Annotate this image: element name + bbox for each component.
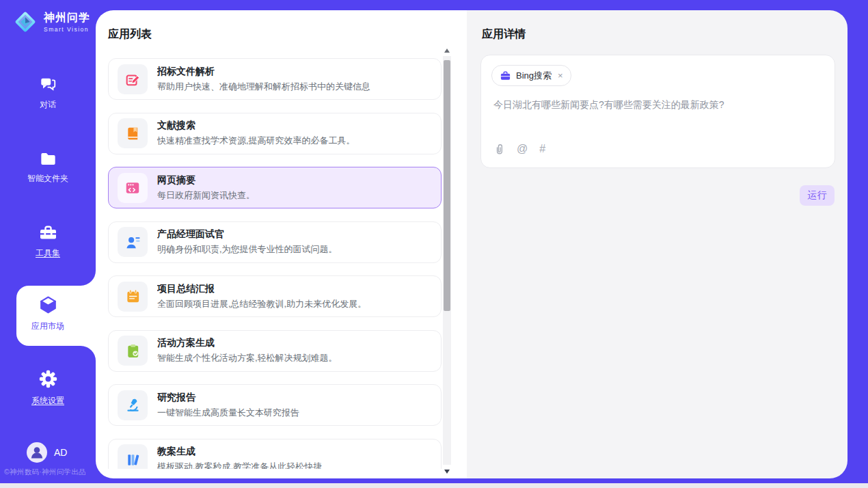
app-card-project-summary[interactable]: 项目总结汇报 全面回顾项目进展,总结经验教训,助力未来优化发展。	[108, 275, 442, 317]
main-content: 应用列表 招标文件解析 帮助用户快速、准确地理解和解析招标书中的关键信息	[96, 10, 847, 478]
app-card-desc: 每日政府新闻资讯快查。	[157, 189, 255, 202]
sidebar-item-label: 智能文件夹	[0, 173, 96, 185]
mention-icon[interactable]: @	[517, 143, 528, 155]
app-card-desc: 智能生成个性化活动方案,轻松解决规划难题。	[157, 352, 338, 364]
edit-document-icon	[118, 64, 148, 94]
app-card-web-summary[interactable]: 网页摘要 每日政府新闻资讯快查。	[108, 167, 442, 208]
briefcase-icon	[500, 70, 511, 81]
app-card-literature-search[interactable]: 文献搜索 快速精准查找学术资源,提高研究效率的必备工具。	[108, 113, 442, 154]
app-card-activity-plan[interactable]: 活动方案生成 智能生成个性化活动方案,轻松解决规划难题。	[108, 330, 442, 372]
sidebar-item-label: 系统设置	[0, 395, 96, 407]
interviewer-icon	[118, 227, 148, 257]
sidebar-item-smart-folder[interactable]: 智能文件夹	[0, 150, 96, 185]
app-card-research-report[interactable]: 研究报告 一键智能生成高质量长文本研究报告	[108, 384, 442, 426]
books-icon	[118, 444, 148, 469]
sidebar-item-label: 应用市场	[0, 321, 96, 332]
brand-name: 神州问学	[44, 11, 90, 25]
query-input[interactable]: 今日湖北有哪些新闻要点?有哪些需要关注的最新政策?	[493, 99, 724, 111]
app-detail-title: 应用详情	[482, 27, 526, 42]
sidebar-item-app-market[interactable]: 应用市场	[0, 295, 96, 332]
user-account[interactable]: AD	[27, 442, 67, 463]
report-note-icon	[118, 282, 148, 312]
scrollbar-thumb[interactable]	[444, 60, 450, 311]
prompt-card: Bing搜索 × 今日湖北有哪些新闻要点?有哪些需要关注的最新政策? @ #	[480, 55, 835, 168]
scrollbar-down-icon[interactable]	[444, 470, 450, 474]
bubble-notch-top	[81, 271, 96, 286]
paperclip-icon[interactable]	[493, 143, 505, 155]
list-scrollbar[interactable]	[443, 56, 451, 465]
input-toolbar: @ #	[493, 143, 545, 155]
gear-icon	[38, 369, 58, 389]
hash-icon[interactable]: #	[539, 143, 545, 155]
brand-logo: 神州问学 Smart Vision	[12, 9, 90, 35]
sidebar-item-label: 对话	[0, 99, 96, 111]
cube-icon	[38, 295, 59, 315]
sidebar-item-chat[interactable]: 对话	[0, 75, 96, 111]
app-list-panel: 应用列表 招标文件解析 帮助用户快速、准确地理解和解析招标书中的关键信息	[96, 10, 467, 478]
app-card-desc: 快速精准查找学术资源,提高研究效率的必备工具。	[157, 135, 355, 147]
bubble-notch-bottom	[81, 346, 96, 361]
app-card-title: 招标文件解析	[157, 66, 370, 78]
run-button[interactable]: 运行	[800, 185, 835, 206]
tool-chip-label: Bing搜索	[516, 70, 552, 82]
sidebar-item-toolset[interactable]: 工具集	[0, 223, 96, 259]
app-card-title: 项目总结汇报	[157, 283, 366, 295]
app-card-title: 研究报告	[157, 392, 299, 404]
avatar	[27, 442, 47, 463]
app-card-list: 招标文件解析 帮助用户快速、准确地理解和解析招标书中的关键信息 文献搜索	[108, 58, 442, 469]
webpage-icon	[118, 173, 148, 203]
app-list-title: 应用列表	[108, 27, 152, 42]
user-initials: AD	[54, 447, 67, 458]
app-detail-panel: 应用详情 Bing搜索 × 今日湖北有哪些新闻要点?有哪些需要关注的最新政策?	[467, 10, 847, 478]
tool-chip-bing-search[interactable]: Bing搜索 ×	[491, 65, 571, 86]
scrollbar-up-icon[interactable]	[444, 49, 450, 53]
app-card-pm-interviewer[interactable]: 产品经理面试官 明确身份和职责,为您提供专业性的面试问题。	[108, 221, 442, 263]
chip-close-icon[interactable]: ×	[558, 70, 563, 81]
app-card-title: 教案生成	[157, 446, 322, 458]
sidebar: 神州问学 Smart Vision 对话 智能文件夹	[0, 0, 96, 483]
app-card-title: 活动方案生成	[157, 337, 338, 349]
diamond-logo-icon	[12, 9, 38, 35]
app-card-desc: 帮助用户快速、准确地理解和解析招标书中的关键信息	[157, 81, 370, 93]
app-card-tender-analysis[interactable]: 招标文件解析 帮助用户快速、准确地理解和解析招标书中的关键信息	[108, 58, 442, 100]
app-card-title: 文献搜索	[157, 120, 355, 132]
app-window: 神州问学 Smart Vision 对话 智能文件夹	[0, 0, 868, 488]
toolbox-icon	[38, 223, 58, 241]
brand-tagline: Smart Vision	[44, 26, 90, 33]
sidebar-item-settings[interactable]: 系统设置	[0, 369, 96, 407]
app-card-desc: 全面回顾项目进展,总结经验教训,助力未来优化发展。	[157, 298, 366, 310]
app-card-desc: 模板驱动,教案秒成,教学准备从此轻松快捷	[157, 461, 322, 469]
copyright-footer: ©神州数码·神州问学出品	[4, 467, 96, 477]
microscope-icon	[118, 390, 148, 420]
sidebar-item-label: 工具集	[0, 247, 96, 259]
clipboard-check-icon	[118, 336, 148, 366]
app-card-title: 产品经理面试官	[157, 228, 338, 241]
chat-icon	[39, 75, 57, 93]
app-card-lesson-plan[interactable]: 教案生成 模板驱动,教案秒成,教学准备从此轻松快捷	[108, 439, 442, 470]
app-card-title: 网页摘要	[157, 174, 255, 187]
app-card-desc: 一键智能生成高质量长文本研究报告	[157, 407, 299, 419]
app-card-desc: 明确身份和职责,为您提供专业性的面试问题。	[157, 243, 338, 256]
folder-icon	[39, 150, 57, 167]
book-icon	[118, 118, 148, 148]
